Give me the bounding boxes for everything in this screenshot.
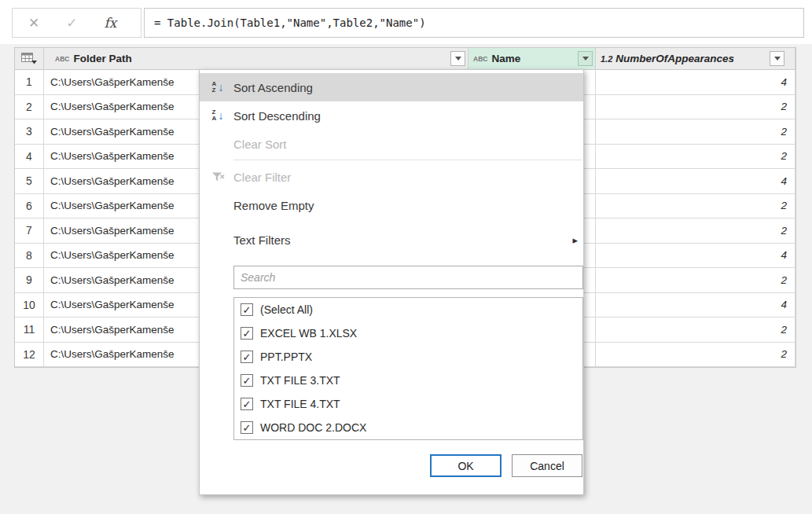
submenu-arrow-icon: [572, 234, 578, 246]
menu-item-sort-ascending[interactable]: Sort Ascending: [200, 73, 583, 101]
sort-descending-icon: [207, 109, 229, 122]
row-number[interactable]: 11: [15, 318, 44, 343]
column-header-numberofappearances[interactable]: 1.2 NumberOfAppearances: [596, 48, 795, 70]
row-number[interactable]: 10: [15, 293, 44, 318]
column-header-folder-path[interactable]: ABC Folder Path: [44, 48, 468, 70]
appearances-cell[interactable]: 2: [596, 318, 795, 343]
cancel-formula-icon[interactable]: [28, 15, 39, 31]
menu-spacer: [200, 219, 583, 226]
filter-button-folder-path[interactable]: [450, 51, 465, 66]
filter-value-label: TXT FILE 3.TXT: [260, 374, 340, 387]
power-query-editor: fx = Table.Join(Table1,"Name",Table2,"Na…: [0, 0, 812, 514]
search-input[interactable]: [233, 266, 583, 289]
menu-item-label: Clear Filter: [233, 171, 291, 184]
menu-item-label: Sort Ascending: [233, 81, 313, 94]
sort-ascending-icon: [207, 81, 229, 94]
checkbox-checked-icon[interactable]: [241, 398, 253, 410]
row-number[interactable]: 12: [15, 343, 44, 368]
row-number[interactable]: 5: [15, 169, 44, 194]
text-type-icon: ABC: [473, 55, 487, 63]
clear-filter-icon: [207, 172, 229, 182]
menu-item-sort-descending[interactable]: Sort Descending: [200, 101, 583, 130]
filter-value-option[interactable]: TXT FILE 4.TXT: [234, 392, 582, 416]
appearances-cell[interactable]: 2: [596, 343, 795, 368]
checkbox-checked-icon[interactable]: [241, 421, 253, 434]
filter-button-numberofappearances[interactable]: [770, 51, 784, 66]
column-filter-menu: Sort Ascending Sort Descending Clear Sor…: [199, 69, 584, 495]
menu-item-clear-filter[interactable]: Clear Filter: [200, 163, 583, 191]
row-number[interactable]: 1: [15, 70, 44, 95]
row-number[interactable]: 7: [15, 218, 44, 244]
ok-button[interactable]: OK: [430, 454, 502, 477]
column-label-name: Name: [491, 53, 520, 64]
row-number[interactable]: 8: [15, 244, 44, 269]
fx-icon[interactable]: fx: [105, 15, 117, 31]
filter-button-name[interactable]: [578, 51, 593, 66]
filter-value-label: PPT.PPTX: [260, 351, 312, 363]
filter-value-option[interactable]: WORD DOC 2.DOCX: [234, 416, 582, 439]
appearances-cell[interactable]: 2: [596, 218, 795, 244]
checkbox-checked-icon[interactable]: [241, 374, 253, 387]
commit-formula-icon[interactable]: [66, 15, 77, 31]
column-label-numberofappearances: NumberOfAppearances: [615, 53, 734, 64]
number-type-icon: 1.2: [601, 54, 612, 64]
formula-input[interactable]: = Table.Join(Table1,"Name",Table2,"Name"…: [144, 8, 804, 38]
appearances-cell[interactable]: 4: [596, 169, 795, 194]
appearances-cell[interactable]: 4: [596, 244, 795, 269]
row-number[interactable]: 2: [15, 95, 44, 120]
menu-item-remove-empty[interactable]: Remove Empty: [200, 191, 583, 219]
table-corner-icon: [21, 53, 37, 64]
select-all-corner-button[interactable]: [15, 48, 44, 70]
filter-value-option[interactable]: PPT.PPTX: [234, 345, 582, 369]
menu-item-label: Remove Empty: [233, 199, 314, 212]
menu-item-clear-sort[interactable]: Clear Sort: [200, 130, 583, 158]
row-number[interactable]: 9: [15, 268, 44, 293]
dialog-button-row: OK Cancel: [200, 454, 583, 477]
appearances-cell[interactable]: 2: [596, 119, 795, 145]
menu-item-label: Text Filters: [233, 233, 291, 247]
filter-value-option[interactable]: (Select All): [234, 298, 582, 321]
appearances-cell[interactable]: 2: [596, 194, 795, 219]
checkbox-checked-icon[interactable]: [241, 303, 253, 316]
filter-value-label: (Select All): [260, 303, 313, 316]
filter-value-label: EXCEL WB 1.XLSX: [260, 327, 357, 340]
header-row: ABC Folder Path ABC Name 1.2 NumberOfApp…: [15, 48, 795, 70]
appearances-cell[interactable]: 4: [596, 70, 795, 95]
filter-value-option[interactable]: TXT FILE 3.TXT: [234, 369, 582, 392]
menu-item-label: Sort Descending: [233, 109, 321, 123]
text-type-icon: ABC: [55, 55, 69, 63]
filter-value-option[interactable]: EXCEL WB 1.XLSX: [234, 321, 582, 345]
checkbox-checked-icon[interactable]: [241, 351, 253, 363]
row-number[interactable]: 6: [15, 194, 44, 219]
filter-value-list: (Select All) EXCEL WB 1.XLSX PPT.PPTX TX…: [233, 297, 583, 440]
appearances-cell[interactable]: 4: [596, 293, 795, 318]
menu-separator: [233, 160, 582, 160]
cancel-button[interactable]: Cancel: [512, 454, 582, 477]
filter-value-label: TXT FILE 4.TXT: [260, 398, 340, 410]
formula-bar-icon-box: fx: [12, 8, 141, 38]
row-number[interactable]: 4: [15, 145, 44, 170]
appearances-cell[interactable]: 2: [596, 145, 795, 170]
menu-item-text-filters[interactable]: Text Filters: [200, 226, 583, 254]
checkbox-checked-icon[interactable]: [241, 327, 253, 340]
formula-text: = Table.Join(Table1,"Name",Table2,"Name"…: [154, 17, 426, 29]
column-header-name[interactable]: ABC Name: [468, 48, 596, 70]
row-number[interactable]: 3: [15, 119, 44, 145]
menu-item-label: Clear Sort: [233, 138, 287, 151]
filter-value-label: WORD DOC 2.DOCX: [260, 421, 366, 434]
appearances-cell[interactable]: 2: [596, 95, 795, 120]
appearances-cell[interactable]: 2: [596, 268, 795, 293]
column-label-folder-path: Folder Path: [73, 53, 131, 64]
